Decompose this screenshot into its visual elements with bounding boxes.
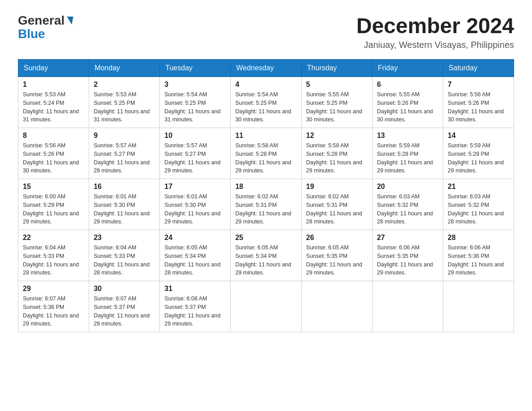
calendar-cell: 29 Sunrise: 6:07 AM Sunset: 5:36 PM Dayl…: [18, 281, 89, 332]
calendar-cell: 22 Sunrise: 6:04 AM Sunset: 5:33 PM Dayl…: [18, 230, 89, 281]
day-info: Sunrise: 5:53 AM Sunset: 5:25 PM Dayligh…: [94, 90, 155, 124]
calendar-cell: 6 Sunrise: 5:55 AM Sunset: 5:26 PM Dayli…: [372, 77, 443, 128]
calendar-header-sunday: Sunday: [18, 60, 89, 77]
day-number: 26: [306, 234, 368, 242]
day-number: 17: [164, 183, 226, 191]
day-info: Sunrise: 5:56 AM Sunset: 5:26 PM Dayligh…: [448, 90, 509, 124]
calendar-header-friday: Friday: [372, 60, 443, 77]
calendar-cell: 1 Sunrise: 5:53 AM Sunset: 5:24 PM Dayli…: [18, 77, 89, 128]
day-number: 29: [23, 285, 84, 293]
calendar-body: 1 Sunrise: 5:53 AM Sunset: 5:24 PM Dayli…: [18, 77, 514, 332]
day-info: Sunrise: 6:08 AM Sunset: 5:37 PM Dayligh…: [164, 295, 226, 328]
calendar-header-row: SundayMondayTuesdayWednesdayThursdayFrid…: [18, 60, 514, 77]
day-number: 4: [235, 81, 296, 89]
calendar-cell: 15 Sunrise: 6:00 AM Sunset: 5:29 PM Dayl…: [18, 179, 89, 230]
day-number: 23: [94, 234, 155, 242]
day-info: Sunrise: 5:58 AM Sunset: 5:28 PM Dayligh…: [306, 141, 368, 175]
calendar-cell: 4 Sunrise: 5:54 AM Sunset: 5:25 PM Dayli…: [231, 77, 301, 128]
day-number: 7: [448, 81, 509, 89]
day-info: Sunrise: 5:57 AM Sunset: 5:27 PM Dayligh…: [164, 141, 226, 175]
day-number: 28: [448, 234, 509, 242]
calendar-cell: 12 Sunrise: 5:58 AM Sunset: 5:28 PM Dayl…: [301, 128, 372, 179]
day-info: Sunrise: 6:02 AM Sunset: 5:31 PM Dayligh…: [306, 193, 368, 226]
calendar-cell: 17 Sunrise: 6:01 AM Sunset: 5:30 PM Dayl…: [160, 179, 231, 230]
day-info: Sunrise: 6:01 AM Sunset: 5:30 PM Dayligh…: [164, 193, 226, 226]
calendar-cell: 7 Sunrise: 5:56 AM Sunset: 5:26 PM Dayli…: [443, 77, 514, 128]
calendar-cell: [443, 281, 514, 332]
calendar-header-tuesday: Tuesday: [160, 60, 231, 77]
day-number: 10: [164, 132, 226, 140]
day-number: 2: [94, 81, 155, 89]
day-number: 5: [306, 81, 368, 89]
calendar-cell: 27 Sunrise: 6:06 AM Sunset: 5:35 PM Dayl…: [372, 230, 443, 281]
day-info: Sunrise: 5:58 AM Sunset: 5:28 PM Dayligh…: [235, 141, 296, 175]
logo: General Blue: [18, 13, 73, 41]
day-info: Sunrise: 6:01 AM Sunset: 5:30 PM Dayligh…: [94, 193, 155, 226]
calendar-cell: 30 Sunrise: 6:07 AM Sunset: 5:37 PM Dayl…: [89, 281, 160, 332]
day-info: Sunrise: 6:04 AM Sunset: 5:33 PM Dayligh…: [23, 244, 84, 277]
day-info: Sunrise: 5:59 AM Sunset: 5:29 PM Dayligh…: [448, 141, 509, 175]
day-info: Sunrise: 6:03 AM Sunset: 5:32 PM Dayligh…: [448, 193, 509, 226]
main-title: December 2024: [356, 13, 514, 38]
calendar-cell: 2 Sunrise: 5:53 AM Sunset: 5:25 PM Dayli…: [89, 77, 160, 128]
day-number: 6: [377, 81, 438, 89]
calendar-cell: 20 Sunrise: 6:03 AM Sunset: 5:32 PM Dayl…: [372, 179, 443, 230]
day-number: 18: [235, 183, 296, 191]
day-number: 3: [164, 81, 226, 89]
day-number: 19: [306, 183, 368, 191]
day-info: Sunrise: 6:06 AM Sunset: 5:36 PM Dayligh…: [448, 244, 509, 277]
calendar-cell: 11 Sunrise: 5:58 AM Sunset: 5:28 PM Dayl…: [231, 128, 301, 179]
day-number: 13: [377, 132, 438, 140]
calendar-week-1: 1 Sunrise: 5:53 AM Sunset: 5:24 PM Dayli…: [18, 77, 514, 128]
calendar-header-wednesday: Wednesday: [231, 60, 301, 77]
day-info: Sunrise: 6:00 AM Sunset: 5:29 PM Dayligh…: [23, 193, 84, 226]
day-info: Sunrise: 6:06 AM Sunset: 5:35 PM Dayligh…: [377, 244, 438, 277]
day-number: 15: [23, 183, 84, 191]
day-number: 25: [235, 234, 296, 242]
day-number: 12: [306, 132, 368, 140]
calendar-cell: [372, 281, 443, 332]
logo-arrow-icon: [66, 17, 73, 25]
day-info: Sunrise: 6:05 AM Sunset: 5:34 PM Dayligh…: [164, 244, 226, 277]
calendar-cell: 3 Sunrise: 5:54 AM Sunset: 5:25 PM Dayli…: [160, 77, 231, 128]
page-header: General Blue December 2024 Janiuay, West…: [18, 13, 514, 50]
day-info: Sunrise: 5:55 AM Sunset: 5:26 PM Dayligh…: [377, 90, 438, 124]
day-number: 30: [94, 285, 155, 293]
day-number: 9: [94, 132, 155, 140]
day-info: Sunrise: 6:02 AM Sunset: 5:31 PM Dayligh…: [235, 193, 296, 226]
day-info: Sunrise: 6:03 AM Sunset: 5:32 PM Dayligh…: [377, 193, 438, 226]
calendar-week-5: 29 Sunrise: 6:07 AM Sunset: 5:36 PM Dayl…: [18, 281, 514, 332]
day-number: 22: [23, 234, 84, 242]
calendar-cell: 23 Sunrise: 6:04 AM Sunset: 5:33 PM Dayl…: [89, 230, 160, 281]
day-info: Sunrise: 6:05 AM Sunset: 5:35 PM Dayligh…: [306, 244, 368, 277]
logo-blue-text: Blue: [18, 27, 45, 41]
calendar-cell: 28 Sunrise: 6:06 AM Sunset: 5:36 PM Dayl…: [443, 230, 514, 281]
day-info: Sunrise: 5:53 AM Sunset: 5:24 PM Dayligh…: [23, 90, 84, 124]
calendar-cell: 21 Sunrise: 6:03 AM Sunset: 5:32 PM Dayl…: [443, 179, 514, 230]
calendar-week-2: 8 Sunrise: 5:56 AM Sunset: 5:26 PM Dayli…: [18, 128, 514, 179]
calendar-cell: [301, 281, 372, 332]
day-info: Sunrise: 6:07 AM Sunset: 5:37 PM Dayligh…: [94, 295, 155, 328]
calendar-cell: 9 Sunrise: 5:57 AM Sunset: 5:27 PM Dayli…: [89, 128, 160, 179]
calendar-header-monday: Monday: [89, 60, 160, 77]
day-number: 21: [448, 183, 509, 191]
day-info: Sunrise: 5:54 AM Sunset: 5:25 PM Dayligh…: [235, 90, 296, 124]
day-number: 14: [448, 132, 509, 140]
day-info: Sunrise: 6:04 AM Sunset: 5:33 PM Dayligh…: [94, 244, 155, 277]
day-info: Sunrise: 5:57 AM Sunset: 5:27 PM Dayligh…: [94, 141, 155, 175]
day-info: Sunrise: 5:59 AM Sunset: 5:28 PM Dayligh…: [377, 141, 438, 175]
logo-general-text: General: [18, 13, 64, 28]
day-number: 27: [377, 234, 438, 242]
day-info: Sunrise: 5:54 AM Sunset: 5:25 PM Dayligh…: [164, 90, 226, 124]
day-info: Sunrise: 6:05 AM Sunset: 5:34 PM Dayligh…: [235, 244, 296, 277]
calendar-cell: 13 Sunrise: 5:59 AM Sunset: 5:28 PM Dayl…: [372, 128, 443, 179]
calendar-cell: 8 Sunrise: 5:56 AM Sunset: 5:26 PM Dayli…: [18, 128, 89, 179]
calendar-cell: 25 Sunrise: 6:05 AM Sunset: 5:34 PM Dayl…: [231, 230, 301, 281]
subtitle: Janiuay, Western Visayas, Philippines: [356, 40, 514, 50]
day-info: Sunrise: 5:55 AM Sunset: 5:25 PM Dayligh…: [306, 90, 368, 124]
day-number: 31: [164, 285, 226, 293]
calendar-cell: 5 Sunrise: 5:55 AM Sunset: 5:25 PM Dayli…: [301, 77, 372, 128]
day-info: Sunrise: 6:07 AM Sunset: 5:36 PM Dayligh…: [23, 295, 84, 328]
calendar-header-thursday: Thursday: [301, 60, 372, 77]
calendar-cell: 26 Sunrise: 6:05 AM Sunset: 5:35 PM Dayl…: [301, 230, 372, 281]
